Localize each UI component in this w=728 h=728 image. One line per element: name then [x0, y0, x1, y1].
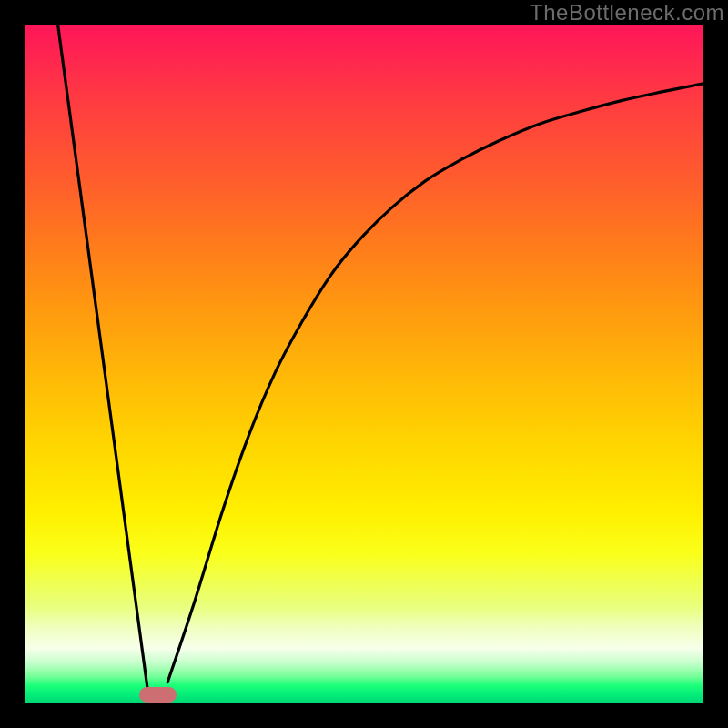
plot-area [25, 25, 703, 703]
bottleneck-marker [139, 687, 177, 703]
curve-layer [25, 25, 703, 703]
watermark-text: TheBottleneck.com [530, 0, 724, 25]
right-branch-path [167, 84, 703, 682]
chart-frame: TheBottleneck.com [0, 0, 728, 728]
left-branch-path [58, 25, 147, 688]
